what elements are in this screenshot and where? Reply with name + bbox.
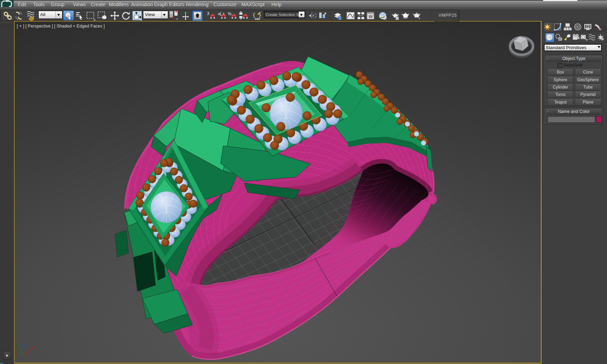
svg-text:3: 3 xyxy=(207,11,209,16)
svg-text:%: % xyxy=(228,12,232,16)
svg-text:ABC: ABC xyxy=(255,17,261,21)
